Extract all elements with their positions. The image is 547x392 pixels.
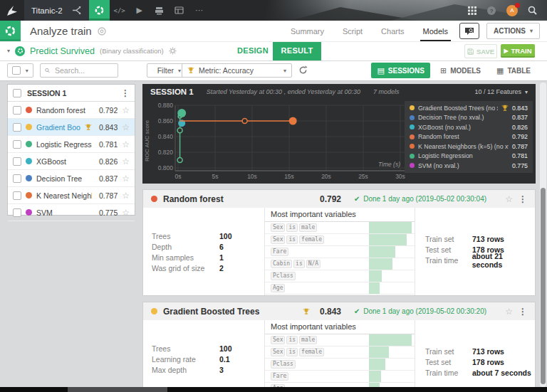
train-info-row: Train set713 rows <box>415 346 535 356</box>
tab-design[interactable]: DESIGN <box>237 41 269 60</box>
run-jobs-icon[interactable]: ▶ <box>130 0 150 21</box>
deploy-icon[interactable] <box>150 0 170 21</box>
important-variables: Most important variablesSexismaleSexisfe… <box>264 208 415 295</box>
model-card-header[interactable]: Gradient Boosted Trees0.843✔ Done 1 day … <box>143 302 535 321</box>
model-name[interactable]: Logistic Regression <box>36 140 92 149</box>
horizontal-scrollbar[interactable] <box>0 387 547 392</box>
code-icon[interactable]: </> <box>110 0 130 21</box>
actions-button[interactable]: ACTIONS ▾ <box>486 23 540 39</box>
task-name[interactable]: Predict Survived <box>30 46 95 56</box>
model-name[interactable]: XGBoost <box>36 157 92 166</box>
info-icon[interactable] <box>98 27 106 36</box>
parameter-value: 0.1 <box>219 355 230 364</box>
tab-charts[interactable]: Charts <box>381 21 404 41</box>
train-button[interactable]: ▶ TRAIN <box>501 44 535 58</box>
save-button[interactable]: SAVE <box>464 44 497 58</box>
model-checkbox[interactable] <box>13 191 21 200</box>
legend-label: Decision Tree (no xval.) <box>418 114 509 121</box>
model-name[interactable]: Gradient Boosted Trees <box>163 307 297 317</box>
model-name[interactable]: Random forest <box>36 106 92 115</box>
model-checkbox[interactable] <box>13 123 21 132</box>
tab-summary[interactable]: Summary <box>291 21 324 41</box>
model-checkbox[interactable] <box>13 106 21 115</box>
star-icon[interactable]: ☆ <box>122 122 130 132</box>
model-name[interactable]: Random forest <box>163 194 297 204</box>
horizontal-scrollbar-thumb[interactable] <box>68 387 167 392</box>
model-name[interactable]: SVM <box>36 208 92 217</box>
train-info-row: Test set178 rows <box>415 356 535 367</box>
star-icon[interactable]: ☆ <box>122 191 130 201</box>
model-name[interactable]: Gradient Boo... <box>36 123 80 132</box>
parameter-label: Min samples <box>152 253 219 262</box>
model-list-item[interactable]: K Nearest Neighb...0.787☆ <box>8 187 135 204</box>
svg-text:0.800: 0.800 <box>158 164 174 171</box>
view-table-button[interactable]: ▦TABLE <box>491 63 536 78</box>
model-checkbox[interactable] <box>13 140 21 149</box>
dataiku-logo[interactable] <box>0 0 24 21</box>
model-checkbox[interactable] <box>13 174 21 183</box>
filter-dropdown[interactable]: Filter ▾ <box>147 63 187 78</box>
model-list-item[interactable]: XGBoost0.826☆ <box>8 153 135 170</box>
train-label: TRAIN <box>511 47 532 55</box>
star-icon[interactable]: ☆ <box>122 174 130 184</box>
flow-icon[interactable] <box>71 6 82 15</box>
tab-script[interactable]: Script <box>343 21 363 41</box>
session-checkbox[interactable] <box>13 89 21 97</box>
save-icon <box>467 48 474 55</box>
view-sessions-button[interactable]: ▤SESSIONS <box>371 63 430 78</box>
task-selector[interactable]: ▾ Predict Survived (Binary classificatio… <box>7 41 177 60</box>
vertical-scrollbar[interactable] <box>540 83 546 387</box>
model-name[interactable]: K Nearest Neighb... <box>36 191 92 200</box>
select-all-dropdown[interactable]: ▾ <box>7 63 33 78</box>
variable-row: Age <box>265 282 415 295</box>
star-icon[interactable]: ☆ <box>505 307 513 317</box>
apps-grid-icon[interactable] <box>468 6 476 15</box>
model-card-header[interactable]: Random forest0.792✔ Done 1 day ago (2019… <box>143 190 535 208</box>
more-apps-icon[interactable]: ⋯ <box>189 0 209 21</box>
search-icon[interactable] <box>528 6 537 15</box>
star-icon[interactable]: ☆ <box>122 105 130 115</box>
parameter-value: 100 <box>219 344 232 353</box>
features-dropdown[interactable]: 10 / 12 Features ▾ <box>474 88 528 95</box>
help-icon[interactable]: ? <box>486 6 496 16</box>
lab-app-active-tile[interactable] <box>89 0 110 21</box>
model-color-dot <box>26 192 32 198</box>
training-status: ✔ Done 1 day ago (2019-05-02 00:30:04) <box>354 195 499 203</box>
dashboard-icon[interactable] <box>170 0 189 21</box>
model-list-item[interactable]: Logistic Regression0.781☆ <box>8 136 135 153</box>
project-name[interactable]: Titanic-2 <box>31 6 63 15</box>
star-icon[interactable]: ☆ <box>505 194 513 204</box>
legend-color-dot <box>410 105 415 110</box>
variable-tag: N/A <box>306 260 321 268</box>
vertical-scrollbar-thumb[interactable] <box>541 188 546 384</box>
view-models-button[interactable]: ⊞MODELS <box>434 63 486 78</box>
tab-result[interactable]: RESULT <box>273 41 321 60</box>
parameter-row: Trees100 <box>143 343 264 354</box>
model-list-item[interactable]: SVM0.775☆ <box>8 204 135 221</box>
parameter-value: 1 <box>219 253 224 262</box>
model-color-dot <box>151 196 157 202</box>
model-checkbox[interactable] <box>13 208 21 217</box>
star-icon[interactable]: ☆ <box>122 208 130 218</box>
metric-dropdown[interactable]: Metric: Accuracy ▾ <box>182 63 292 78</box>
kebab-menu-icon[interactable]: ⋮ <box>519 194 527 204</box>
session-list-header: SESSION 1 ⋮ <box>8 85 135 102</box>
select-all-checkbox[interactable] <box>12 66 21 75</box>
model-name[interactable]: Decision Tree <box>36 174 92 183</box>
star-icon[interactable]: ☆ <box>122 157 130 166</box>
kebab-menu-icon[interactable]: ⋮ <box>121 88 130 98</box>
kebab-menu-icon[interactable]: ⋮ <box>519 307 527 317</box>
search-input[interactable] <box>53 65 113 75</box>
model-list-item[interactable]: Random forest0.792☆ <box>8 102 135 119</box>
chevron-down-icon: ▾ <box>7 48 10 54</box>
user-avatar[interactable]: A <box>506 5 518 16</box>
model-checkbox[interactable] <box>13 157 21 166</box>
star-icon[interactable]: ☆ <box>122 139 130 149</box>
tab-models[interactable]: Models <box>423 21 448 41</box>
discussions-icon[interactable] <box>459 23 479 39</box>
model-list-item[interactable]: Decision Tree0.837☆ <box>8 170 135 187</box>
gear-icon[interactable] <box>169 47 177 55</box>
refresh-icon[interactable] <box>298 65 308 75</box>
variable-tag: is <box>286 235 298 244</box>
model-list-item[interactable]: Gradient Boo...0.843☆ <box>8 119 135 136</box>
